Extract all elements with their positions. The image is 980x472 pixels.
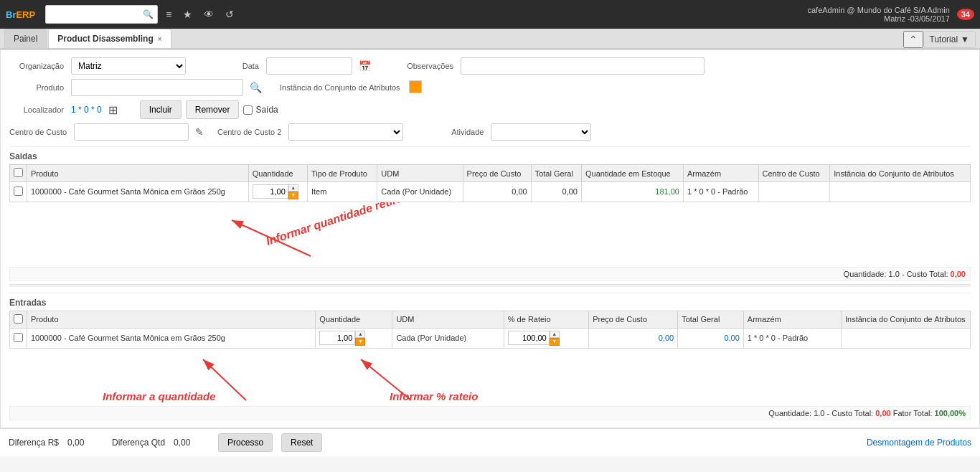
entradas-col-preco: Preço de Custo	[589, 311, 678, 328]
search-box[interactable]: product 🔍	[45, 5, 158, 24]
refresh-icon[interactable]: ↺	[222, 7, 237, 22]
star-icon[interactable]: ★	[179, 7, 196, 22]
entradas-header-row: Produto Quantidade UDM % de Rateio Preço…	[10, 311, 971, 328]
form-row-3: Localizador 1 * 0 * 0 ⊞ Incluir Remover …	[9, 100, 971, 119]
saidas-col-udm: UDM	[377, 165, 463, 182]
svg-line-5	[361, 359, 411, 400]
processo-button[interactable]: Processo	[218, 433, 273, 452]
instancia-label: Instância do Conjunto de Atributos	[280, 83, 400, 92]
entradas-summary-fator-value: 100,00%	[935, 409, 966, 417]
entradas-qty-input[interactable]	[319, 331, 355, 345]
entradas-row-0-udm: Cada (Por Unidade)	[392, 328, 504, 348]
entradas-row-0-quantidade[interactable]: ▲ ▼	[316, 328, 392, 348]
saidas-annotation-text: Informar quantidade retirada do estoque	[265, 202, 479, 247]
logo-br: Br	[6, 9, 16, 20]
entradas-col-quantidade: Quantidade	[316, 311, 392, 328]
saidas-row-0-instancia	[830, 182, 971, 202]
org-select[interactable]: Matriz	[71, 57, 186, 75]
atividade-label: Atividade	[429, 128, 486, 136]
entradas-pct-up[interactable]: ▲	[550, 331, 560, 338]
entradas-pct-input[interactable]	[508, 331, 550, 345]
saidas-col-qtd-estoque: Quantidade em Estoque	[581, 165, 683, 182]
entradas-col-check	[10, 311, 27, 328]
top-bar: BrERP product 🔍 ≡ ★ 👁 ↺ cafeAdmin @ Mund…	[0, 0, 980, 29]
tab-painel[interactable]: Painel	[4, 29, 47, 48]
saida-label: Saída	[255, 105, 278, 115]
eye-icon[interactable]: 👁	[200, 7, 217, 22]
calendar-icon[interactable]: 📅	[357, 60, 373, 72]
saidas-row-0-udm: Cada (Por Unidade)	[377, 182, 463, 202]
incluir-button[interactable]: Incluir	[140, 100, 182, 119]
tab-painel-label: Painel	[14, 34, 37, 44]
centro-custo-input[interactable]	[74, 123, 189, 141]
localizador-link[interactable]: 1 * 0 * 0	[71, 105, 102, 115]
reset-button[interactable]: Reset	[281, 433, 322, 452]
saidas-row-0-produto: 1000000 - Café Gourmet Santa Mônica em G…	[27, 182, 249, 202]
entradas-check-all[interactable]	[14, 314, 23, 324]
data-input[interactable]: 03/05/2017	[266, 57, 352, 75]
entradas-col-total: Total Geral	[678, 311, 744, 328]
centro-custo-icon[interactable]: ✎	[193, 126, 206, 138]
entradas-label: Entradas	[9, 293, 971, 308]
saidas-qty-input[interactable]	[253, 184, 288, 199]
remover-button[interactable]: Remover	[186, 100, 240, 119]
produto-search-icon[interactable]: 🔍	[248, 82, 264, 93]
entradas-annotation-pct-text: Informar % rateio	[390, 390, 478, 402]
saidas-label: Saidas	[9, 146, 971, 161]
entradas-row-0-pct-rateio[interactable]: ▲ ▼	[504, 328, 588, 348]
entradas-pct-down[interactable]: ▼	[550, 338, 560, 345]
localizador-icon[interactable]: ⊞	[106, 103, 120, 117]
entradas-qty-down[interactable]: ▼	[355, 338, 365, 345]
obs-input[interactable]	[461, 57, 705, 75]
produto-input[interactable]	[71, 79, 243, 96]
saidas-row-0-tipo: Item	[307, 182, 377, 202]
localizador-label: Localizador	[9, 105, 67, 114]
entradas-table: Produto Quantidade UDM % de Rateio Preço…	[9, 311, 971, 349]
saidas-qty-down[interactable]: ▼	[288, 192, 298, 199]
saidas-summary-text: Quantidade: 1.0 - Custo Total:	[844, 270, 951, 278]
saidas-summary-value: 0,00	[951, 270, 966, 278]
saidas-col-instancia: Instância do Conjunto de Atributos	[830, 165, 971, 182]
entradas-row-0-armazem: 1 * 0 * 0 - Padrão	[743, 328, 841, 348]
saidas-col-armazem: Armazém	[684, 165, 759, 182]
org-label: Organização	[9, 62, 67, 70]
saidas-check-all[interactable]	[14, 168, 23, 177]
bottom-bar: Diferença R$ 0,00 Diferença Qtd 0,00 Pro…	[0, 428, 980, 456]
desmontagem-link[interactable]: Desmontagem de Produtos	[867, 438, 971, 448]
diff-rs-value: 0,00	[67, 438, 103, 448]
saidas-row-0: 1000000 - Café Gourmet Santa Mônica em G…	[10, 182, 971, 202]
saidas-row-0-check[interactable]	[10, 182, 27, 202]
tutorial-button[interactable]: Tutorial ▼	[923, 31, 976, 48]
tab-product-disassembling[interactable]: Product Disassembling ×	[48, 29, 171, 48]
entradas-row-0-preco: 0,00	[589, 328, 678, 348]
tutorial-label: Tutorial	[930, 34, 958, 44]
atividade-select[interactable]	[491, 123, 591, 141]
search-button[interactable]: 🔍	[139, 9, 157, 19]
entradas-col-udm: UDM	[392, 311, 504, 328]
tab-close-button[interactable]: ×	[158, 35, 162, 43]
form-row-1: Organização Matriz Data 03/05/2017 📅 Obs…	[9, 57, 971, 75]
logo-erp: ERP	[16, 9, 35, 20]
saidas-row-0-qtd-estoque: 181,00	[581, 182, 683, 202]
svg-line-4	[203, 359, 246, 400]
form-row-2: Produto 🔍 Instância do Conjunto de Atrib…	[9, 79, 971, 96]
entradas-col-armazem: Armazém	[743, 311, 841, 328]
saidas-row-0-quantidade[interactable]: ▲ ▼	[248, 182, 307, 202]
entradas-row-0-produto: 1000000 - Café Gourmet Santa Mônica em G…	[27, 328, 316, 348]
entradas-qty-up[interactable]: ▲	[355, 331, 365, 338]
entradas-qty-arrows: ▲ ▼	[355, 331, 365, 346]
entradas-row-0-check[interactable]	[10, 328, 27, 348]
entradas-summary-fator: Fator Total:	[891, 409, 935, 417]
entradas-summary: Quantidade: 1.0 - Custo Total: 0,00 Fato…	[9, 406, 971, 420]
collapse-button[interactable]: ⌃	[903, 31, 923, 48]
search-input[interactable]: product	[46, 9, 139, 19]
centro-custo2-select[interactable]	[288, 123, 403, 141]
menu-icon[interactable]: ≡	[162, 7, 175, 22]
alert-badge[interactable]: 34	[957, 9, 974, 20]
entradas-annotation: Informar a quantidade Informar % rateio	[9, 349, 971, 406]
saidas-annotation: Informar quantidade retirada do estoque	[9, 202, 971, 267]
saidas-qty-up[interactable]: ▲	[288, 184, 298, 192]
saidas-summary: Quantidade: 1.0 - Custo Total: 0,00	[9, 267, 971, 281]
entradas-summary-text: Quantidade: 1.0 - Custo Total:	[768, 409, 875, 417]
saida-checkbox[interactable]	[243, 105, 253, 115]
